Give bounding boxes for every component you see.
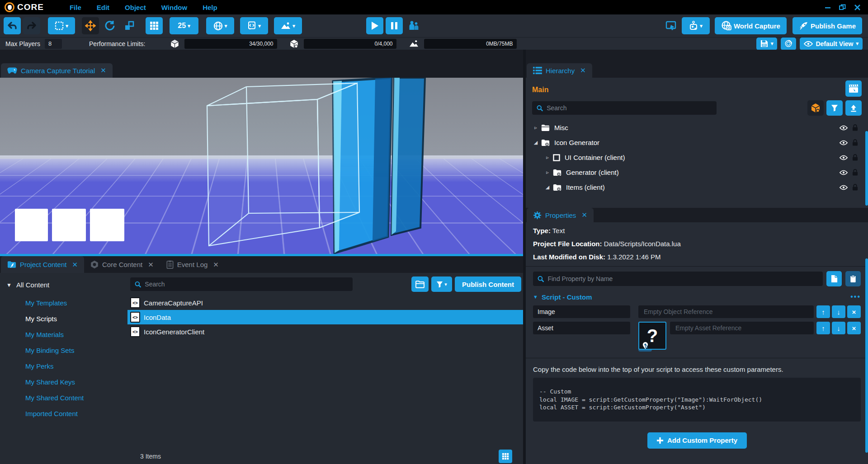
file-row-icongeneratorclient[interactable]: <> IconGeneratorClient (127, 324, 523, 339)
tab-properties[interactable]: Properties ✕ (527, 208, 594, 222)
sidebar-item-my-scripts[interactable]: My Scripts (6, 311, 127, 327)
sidebar-item-imported-content[interactable]: Imported Content (6, 406, 127, 422)
sidebar-item-my-shared-keys[interactable]: My Shared Keys (6, 374, 127, 390)
menu-object[interactable]: Object (117, 4, 154, 11)
tab-event-log[interactable]: Event Log ✕ (160, 256, 225, 273)
tree-row-items[interactable]: ◢ Items (client) (532, 180, 862, 195)
default-view-dropdown[interactable]: Default View ▾ (800, 37, 863, 50)
world-capture-button[interactable]: World Capture (715, 17, 787, 34)
menu-edit[interactable]: Edit (89, 4, 117, 11)
visibility-eye-icon[interactable] (840, 140, 848, 145)
multiplayer-preview-button[interactable] (405, 17, 422, 34)
terrain-creator-button[interactable] (781, 37, 796, 50)
custom-parameters-code[interactable]: -- Custom local IMAGE = script:GetCustom… (533, 378, 861, 422)
filter-dropdown-button[interactable]: ▾ (431, 277, 452, 292)
property-name-field[interactable]: Asset (533, 322, 630, 334)
scale-tool-button[interactable] (121, 17, 138, 34)
sidebar-item-my-perks[interactable]: My Perks (6, 358, 127, 374)
sidebar-item-all-content[interactable]: ▼ All Content (6, 281, 127, 289)
menu-window[interactable]: Window (154, 4, 195, 11)
copy-properties-button[interactable] (826, 271, 842, 286)
lock-icon[interactable] (852, 154, 858, 161)
property-search-input[interactable] (547, 275, 818, 282)
close-tab-icon[interactable]: ✕ (148, 261, 154, 269)
paste-properties-button[interactable] (845, 271, 861, 286)
close-tab-icon[interactable]: ✕ (100, 66, 106, 75)
move-up-button[interactable]: ↑ (816, 322, 830, 334)
viewport-3d[interactable] (0, 78, 523, 254)
visibility-eye-icon[interactable] (840, 170, 848, 175)
tab-hierarchy[interactable]: Hierarchy ✕ (527, 63, 592, 78)
collapse-section-icon[interactable]: ▼ (533, 294, 538, 300)
close-icon[interactable] (854, 4, 861, 11)
file-row-icondata[interactable]: <> IconData (127, 310, 523, 324)
visibility-eye-icon[interactable] (840, 185, 848, 190)
property-name-field[interactable]: Image (533, 305, 630, 318)
pause-button[interactable] (386, 17, 403, 34)
close-tab-icon[interactable]: ✕ (72, 261, 78, 269)
hierarchy-filter-button[interactable] (826, 100, 843, 116)
delete-property-button[interactable]: × (847, 322, 861, 334)
properties-scrollbar[interactable] (865, 258, 868, 453)
max-players-input[interactable] (45, 39, 62, 49)
expand-icon[interactable]: ▼ (6, 282, 12, 288)
move-up-button[interactable]: ↑ (816, 305, 830, 318)
visibility-eye-icon[interactable] (840, 155, 848, 160)
hierarchy-scrollbar[interactable] (865, 131, 868, 206)
move-down-button[interactable]: ↓ (832, 305, 845, 318)
sidebar-item-my-binding-sets[interactable]: My Binding Sets (6, 342, 127, 358)
tree-row-misc[interactable]: ▹ Misc (532, 120, 862, 135)
tree-row-ui-container[interactable]: ▹ UI Container (client) (532, 150, 862, 165)
collapse-icon[interactable]: ◢ (544, 184, 551, 190)
content-search-input[interactable] (145, 281, 348, 288)
export-button[interactable] (845, 100, 862, 116)
lock-icon[interactable] (852, 184, 858, 191)
object-reference-field[interactable]: Empty Object Reference (638, 305, 814, 318)
lock-icon[interactable] (852, 169, 858, 176)
sidebar-item-my-materials[interactable]: My Materials (6, 327, 127, 342)
section-menu-icon[interactable]: ••• (850, 293, 861, 301)
add-custom-property-button[interactable]: Add Custom Property (647, 432, 747, 449)
tab-core-content[interactable]: Core Content ✕ (84, 256, 160, 273)
section-script-custom[interactable]: ▼ Script - Custom ••• (533, 293, 861, 301)
redo-button[interactable] (23, 17, 40, 34)
restore-icon[interactable] (839, 4, 846, 11)
screen-capture-toggle[interactable] (662, 17, 679, 34)
rotate-tool-button[interactable] (101, 17, 118, 34)
publish-content-button[interactable]: Publish Content (455, 277, 521, 292)
menu-help[interactable]: Help (195, 4, 225, 11)
hierarchy-search-input[interactable] (547, 104, 712, 112)
menu-file[interactable]: File (62, 4, 89, 11)
property-search[interactable] (533, 272, 823, 286)
hierarchy-search[interactable] (532, 101, 717, 115)
close-tab-icon[interactable]: ✕ (213, 261, 219, 269)
visibility-eye-icon[interactable] (840, 125, 848, 131)
file-row-cameracaptureapi[interactable]: <> CameraCaptureAPI (127, 295, 523, 310)
selection-mode-dropdown[interactable]: ▾ (48, 17, 75, 34)
grid-size-dropdown[interactable]: 25 ▾ (170, 17, 198, 34)
lock-icon[interactable] (852, 124, 858, 131)
undo-button[interactable] (4, 17, 21, 34)
minimize-icon[interactable] (825, 4, 831, 10)
tree-row-generator[interactable]: ▹ Generator (client) (532, 165, 862, 180)
grid-view-button[interactable] (499, 450, 512, 463)
sidebar-item-my-shared-content[interactable]: My Shared Content (6, 390, 127, 406)
close-tab-icon[interactable]: ✕ (580, 66, 586, 75)
tab-camera-capture-tutorial[interactable]: Camera Capture Tutorial ✕ (1, 63, 113, 78)
open-folder-button[interactable] (411, 277, 429, 292)
lock-icon[interactable] (852, 139, 858, 146)
sidebar-item-my-templates[interactable]: My Templates (6, 295, 127, 311)
world-settings-dropdown[interactable]: ▾ (206, 17, 234, 34)
expand-icon[interactable]: ▹ (544, 155, 551, 160)
collapse-icon[interactable]: ◢ (532, 140, 539, 145)
close-tab-icon[interactable]: ✕ (581, 211, 587, 219)
move-tool-button[interactable] (82, 17, 99, 34)
cinematic-capture-button[interactable] (845, 80, 862, 97)
networked-objects-button[interactable] (807, 100, 824, 116)
asset-reference-field[interactable]: Empty Asset Reference (670, 322, 814, 334)
grid-snap-button[interactable] (146, 17, 163, 34)
expand-icon[interactable]: ▹ (532, 125, 539, 131)
save-dropdown-button[interactable]: ▾ (756, 37, 778, 50)
play-button[interactable] (366, 17, 383, 34)
tab-project-content[interactable]: Project Content ✕ (1, 256, 84, 273)
